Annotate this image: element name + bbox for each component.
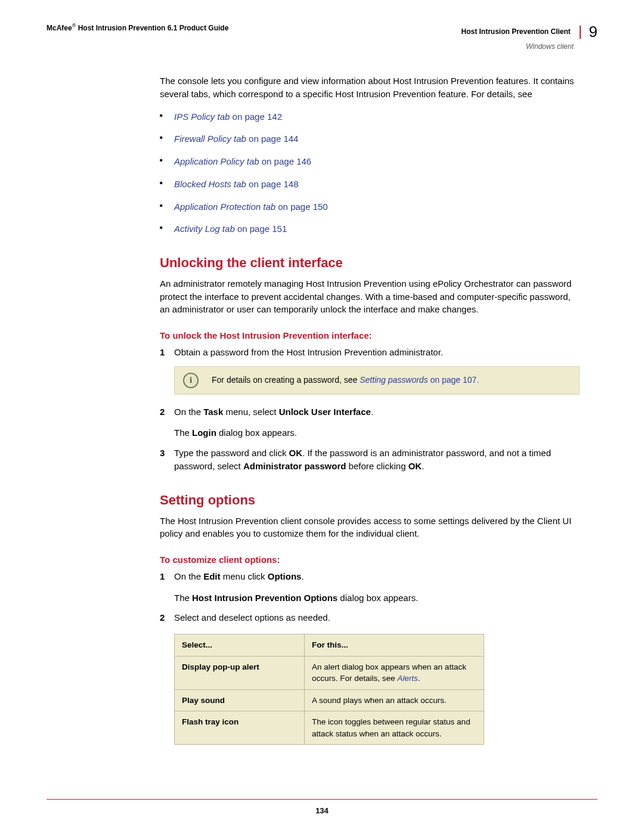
note-link[interactable]: Setting passwords <box>360 375 428 385</box>
reference-page: on page 151 <box>235 224 287 234</box>
step-number: 3 <box>160 447 174 473</box>
reference-item: IPS Policy tab on page 142 <box>174 110 580 123</box>
header-separator <box>580 26 581 39</box>
intro-paragraph: The console lets you configure and view … <box>160 75 580 101</box>
page-number: 134 <box>0 806 644 815</box>
option-desc: The icon toggles between regular status … <box>304 711 484 745</box>
step-2: 2 On the Task menu, select Unlock User I… <box>160 405 580 440</box>
reference-item: Blocked Hosts tab on page 148 <box>174 178 580 191</box>
step-text: On the Task menu, select Unlock User Int… <box>174 405 580 419</box>
unlock-paragraph: An administrator remotely managing Host … <box>160 277 580 316</box>
option-desc: An alert dialog box appears when an atta… <box>304 656 484 689</box>
reference-link[interactable]: IPS Policy tab <box>174 112 230 122</box>
heading-unlocking: Unlocking the client interface <box>160 253 580 272</box>
step-number: 2 <box>160 611 174 624</box>
reference-item: Application Policy tab on page 146 <box>174 155 580 168</box>
reference-page: on page 146 <box>259 156 312 166</box>
step-text: The Host Intrusion Prevention Options di… <box>174 592 580 605</box>
reference-page: on page 142 <box>230 112 282 122</box>
reference-item: Firewall Policy tab on page 144 <box>174 132 580 145</box>
step-3: 3 Type the password and click OK. If the… <box>160 447 580 473</box>
guide-title: Host Intrusion Prevention 6.1 Product Gu… <box>76 24 228 32</box>
step-text: The Login dialog box appears. <box>174 426 580 439</box>
section-title: Host Intrusion Prevention Client <box>461 27 570 36</box>
reference-list: IPS Policy tab on page 142 Firewall Poli… <box>160 110 580 236</box>
procedure-title-customize: To customize client options: <box>160 553 580 566</box>
options-table: Select... For this... Display pop-up ale… <box>174 634 484 745</box>
table-row: Flash tray icon The icon toggles between… <box>175 711 484 745</box>
option-name: Display pop-up alert <box>175 656 305 689</box>
reference-link[interactable]: Firewall Policy tab <box>174 134 246 144</box>
step-number: 1 <box>160 570 174 605</box>
chapter-number: 9 <box>589 23 597 41</box>
step-text: Select and deselect options as needed. <box>174 611 580 624</box>
heading-setting-options: Setting options <box>160 491 580 510</box>
table-row: Play sound A sound plays when an attack … <box>175 689 484 711</box>
reference-item: Application Protection tab on page 150 <box>174 200 580 213</box>
note-text: For details on creating a password, see … <box>212 374 479 386</box>
step-text: On the Edit menu click Options. <box>174 570 580 583</box>
brand-name: McAfee <box>47 24 72 32</box>
setopt-paragraph: The Host Intrusion Prevention client con… <box>160 515 580 541</box>
reference-page: on page 148 <box>246 179 299 189</box>
info-icon: i <box>183 373 199 388</box>
reference-link[interactable]: Blocked Hosts tab <box>174 179 246 189</box>
step-text: Obtain a password from the Host Intrusio… <box>174 346 580 359</box>
footer-rule <box>47 799 597 800</box>
step-1: 1 On the Edit menu click Options. The Ho… <box>160 570 580 605</box>
table-header-row: Select... For this... <box>175 634 484 657</box>
header-right: Host Intrusion Prevention Client 9 Windo… <box>461 23 597 51</box>
page-header: McAfee® Host Intrusion Prevention 6.1 Pr… <box>47 23 597 51</box>
reference-link[interactable]: Application Protection tab <box>174 202 275 212</box>
reference-item: Activity Log tab on page 151 <box>174 222 580 236</box>
table-row: Display pop-up alert An alert dialog box… <box>175 656 484 689</box>
table-link[interactable]: Alerts <box>397 674 418 683</box>
header-left: McAfee® Host Intrusion Prevention 6.1 Pr… <box>47 23 228 32</box>
step-text: Type the password and click OK. If the p… <box>174 447 580 473</box>
page: McAfee® Host Intrusion Prevention 6.1 Pr… <box>0 0 644 833</box>
reference-page: on page 144 <box>246 134 299 144</box>
table-header: For this... <box>304 634 484 657</box>
reference-link[interactable]: Activity Log tab <box>174 224 235 234</box>
content-body: The console lets you configure and view … <box>160 75 580 745</box>
option-desc: A sound plays when an attack occurs. <box>304 689 484 711</box>
procedure-title-unlock: To unlock the Host Intrusion Prevention … <box>160 329 580 342</box>
subsection-title: Windows client <box>461 42 597 51</box>
info-note: i For details on creating a password, se… <box>174 366 580 395</box>
reference-link[interactable]: Application Policy tab <box>174 156 259 166</box>
step-number: 1 <box>160 346 174 359</box>
table-header: Select... <box>175 634 305 657</box>
option-name: Play sound <box>175 689 305 711</box>
step-1: 1 Obtain a password from the Host Intrus… <box>160 346 580 359</box>
reference-page: on page 150 <box>275 202 328 212</box>
option-name: Flash tray icon <box>175 711 305 745</box>
step-number: 2 <box>160 405 174 440</box>
step-2: 2 Select and deselect options as needed. <box>160 611 580 624</box>
